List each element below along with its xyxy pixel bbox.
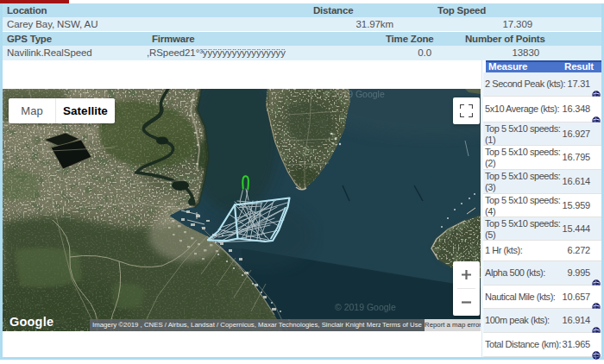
svg-text:© 2019 Google: © 2019 Google — [335, 302, 396, 312]
svg-text:© 2019 Google: © 2019 Google — [324, 89, 385, 99]
